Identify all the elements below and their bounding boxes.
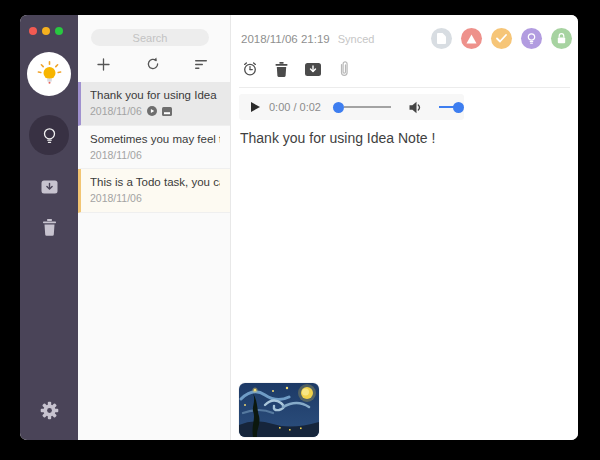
list-toolbar xyxy=(78,46,230,71)
traffic-lights xyxy=(20,27,63,35)
check-icon xyxy=(496,34,507,43)
sidebar-item-settings[interactable] xyxy=(40,401,59,420)
sync-status: Synced xyxy=(338,33,375,45)
note-list-item[interactable]: Thank you for using Idea Note ! 2018/11/… xyxy=(78,82,230,126)
trash-icon xyxy=(42,222,57,239)
add-note-button[interactable] xyxy=(97,58,110,71)
sidebar-item-night-mode[interactable] xyxy=(29,115,69,155)
paperclip-icon[interactable] xyxy=(338,61,350,77)
detail-header: 2018/11/06 21:19 Synced xyxy=(231,15,578,49)
note-title: Thank you for using Idea Note ! xyxy=(90,89,220,101)
note-timestamp: 2018/11/06 21:19 xyxy=(241,33,330,45)
idea-bulb-icon xyxy=(527,33,536,44)
bulb-outline-icon xyxy=(40,126,59,145)
note-date: 2018/11/06 xyxy=(90,193,142,204)
note-list-panel: Search Thank you for using Idea Note ! 2… xyxy=(78,15,231,440)
progress-track[interactable] xyxy=(344,106,391,108)
volume-slider[interactable] xyxy=(439,102,464,113)
file-icon xyxy=(437,33,446,44)
divider xyxy=(239,87,570,88)
minimize-button[interactable] xyxy=(42,27,50,35)
starry-night-image xyxy=(239,423,319,437)
alarm-icon[interactable] xyxy=(242,61,258,77)
close-button[interactable] xyxy=(29,27,37,35)
note-date: 2018/11/06 xyxy=(90,150,142,161)
refresh-icon[interactable] xyxy=(146,57,160,71)
note-detail-panel: 2018/11/06 21:19 Synced xyxy=(231,15,578,440)
volume-track[interactable] xyxy=(439,106,454,108)
audio-progress-slider[interactable] xyxy=(333,102,391,113)
archive-icon xyxy=(41,180,58,197)
image-badge-icon xyxy=(162,107,172,116)
search-input[interactable]: Search xyxy=(91,29,209,46)
volume-icon[interactable] xyxy=(409,101,423,114)
sidebar-item-archive[interactable] xyxy=(41,180,58,194)
note-title: This is a Todo task, you can che… xyxy=(90,176,220,188)
note-body-text: Thank you for using Idea Note ! xyxy=(240,130,578,146)
app-window: Search Thank you for using Idea Note ! 2… xyxy=(20,15,578,440)
sidebar xyxy=(20,15,78,440)
sort-icon[interactable] xyxy=(195,59,208,70)
image-attachment[interactable] xyxy=(239,383,319,437)
detail-toolbar xyxy=(231,49,578,77)
volume-handle[interactable] xyxy=(453,102,464,113)
audio-time: 0:00 / 0:02 xyxy=(269,101,321,113)
archive-icon[interactable] xyxy=(305,63,321,76)
note-list-item[interactable]: Sometimes you may feel the mo… 2018/11/0… xyxy=(78,126,230,170)
idea-bulb-icon xyxy=(36,61,63,88)
note-list: Thank you for using Idea Note ! 2018/11/… xyxy=(78,82,230,213)
lock-icon xyxy=(557,33,566,44)
check-badge[interactable] xyxy=(491,28,512,49)
progress-handle[interactable] xyxy=(333,102,344,113)
note-list-item[interactable]: This is a Todo task, you can che… 2018/1… xyxy=(78,169,230,213)
note-date: 2018/11/06 xyxy=(90,106,142,117)
note-title: Sometimes you may feel the mo… xyxy=(90,133,220,145)
play-button[interactable] xyxy=(251,102,260,112)
idea-badge[interactable] xyxy=(521,28,542,49)
warning-triangle-icon xyxy=(466,34,477,44)
audio-badge-icon xyxy=(147,106,157,116)
note-meta: 2018/11/06 xyxy=(90,106,220,117)
note-meta: 2018/11/06 xyxy=(90,150,220,161)
warning-badge[interactable] xyxy=(461,28,482,49)
lock-badge[interactable] xyxy=(551,28,572,49)
audio-player: 0:00 / 0:02 xyxy=(239,94,464,120)
trash-icon[interactable] xyxy=(275,62,288,77)
category-badges xyxy=(431,28,572,49)
sidebar-item-trash[interactable] xyxy=(42,219,57,236)
file-badge[interactable] xyxy=(431,28,452,49)
sidebar-item-ideas[interactable] xyxy=(27,52,71,96)
gear-icon xyxy=(40,406,59,423)
note-meta: 2018/11/06 xyxy=(90,193,220,204)
zoom-button[interactable] xyxy=(55,27,63,35)
